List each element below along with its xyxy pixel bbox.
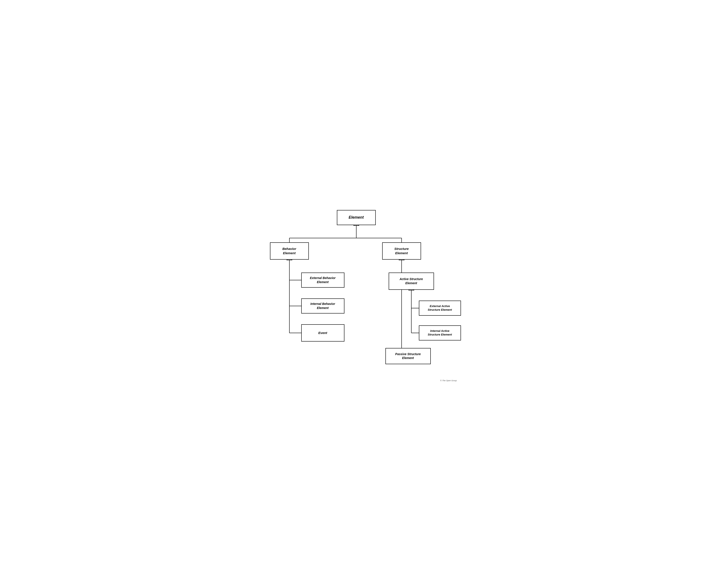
internal-behavior-element-box: Internal BehaviorElement xyxy=(301,298,344,314)
passive-structure-element-box: Passive StructureElement xyxy=(385,348,431,364)
internal-active-structure-element-box: Internal ActiveStructure Element xyxy=(419,326,461,340)
external-behavior-element-box: External BehaviorElement xyxy=(301,273,344,288)
event-box: Event xyxy=(301,324,344,341)
external-active-structure-element-box: External ActiveStructure Element xyxy=(419,300,461,316)
diagram-container: Element BehaviorElement StructureElement… xyxy=(263,206,458,382)
structure-element-box: StructureElement xyxy=(382,243,421,259)
active-structure-element-box: Active StructureElement xyxy=(389,273,434,290)
watermark: © The Open Group xyxy=(440,379,457,382)
element-box: Element xyxy=(337,210,376,225)
behavior-element-box: BehaviorElement xyxy=(270,243,309,259)
